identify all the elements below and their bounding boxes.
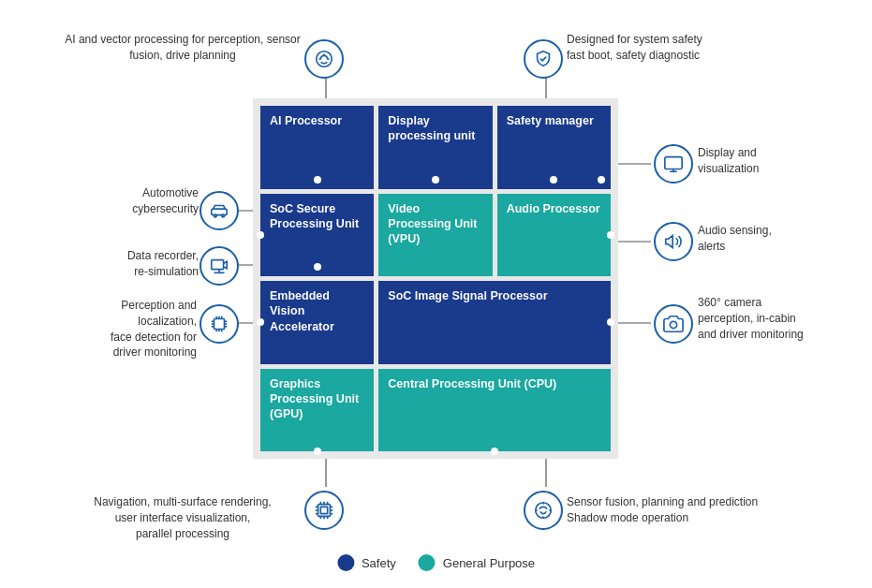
icon-gpu [304,491,344,530]
legend-safety-label: Safety [362,556,396,570]
svg-rect-20 [214,319,225,330]
label-audio: Audio sensing,alerts [698,223,857,255]
icon-audio [654,222,693,261]
cell-label: Audio Processor [507,201,600,216]
icon-ai [304,39,344,79]
svg-rect-38 [318,505,331,517]
cell-label: Safety manager [507,113,594,128]
cell-label: Video Processing Unit (VPU) [388,201,482,247]
cell-vpu: Video Processing Unit (VPU) [378,194,492,277]
cell-label: Central Processing Unit (CPU) [388,376,556,391]
cell-label: Display processing unit [388,113,482,144]
label-camera: 360° cameraperception, in-cabinand drive… [698,295,862,342]
svg-point-52 [536,503,552,519]
svg-point-15 [214,214,217,217]
label-bottom-left: Navigation, multi-surface rendering,user… [47,494,318,541]
cell-gpu: Graphics Processing Unit (GPU) [260,369,374,452]
svg-point-10 [317,51,333,67]
label-automotive: Automotivecybersecurity [67,185,199,217]
legend-safety: Safety [337,554,396,571]
svg-rect-33 [665,157,682,169]
label-top-right: Designed for system safetyfast boot, saf… [567,32,829,64]
legend-general-label: General Purpose [443,556,535,570]
cell-ai-processor: AI Processor [260,106,374,189]
legend-general: General Purpose [419,554,535,571]
icon-display [654,144,693,184]
legend: Safety General Purpose [337,554,535,571]
label-bottom-right: Sensor fusion, planning and predictionSh… [567,494,838,526]
soc-grid: AI Processor Display processing unit Saf… [253,98,618,459]
legend-dot-safety [337,554,354,571]
svg-rect-39 [320,507,327,513]
cell-audio-processor: Audio Processor [497,194,611,277]
label-text: Designed for system safetyfast boot, saf… [567,33,702,62]
cell-label: AI Processor [270,113,342,128]
diagram-container: AI Processor Display processing unit Saf… [0,0,872,588]
svg-marker-36 [666,236,672,248]
svg-point-16 [222,214,225,217]
cell-embedded-vision: Embedded Vision Accelerator [260,281,374,364]
label-data-recorder: Data recorder,re-simulation [67,248,199,280]
icon-safety [524,39,563,79]
cell-label: SoC Secure Processing Unit [270,201,364,232]
icon-perception [200,304,239,344]
svg-rect-14 [212,209,228,214]
label-top-left: AI and vector processing for perception,… [47,32,318,64]
cell-soc-secure: SoC Secure Processing Unit [260,194,374,277]
cell-label: Embedded Vision Accelerator [270,288,364,334]
svg-rect-17 [212,260,224,270]
icon-automotive [200,191,239,230]
label-perception: Perception andlocalization,face detectio… [47,298,197,360]
cell-display-processing-unit: Display processing unit [378,106,492,189]
svg-point-37 [670,321,676,328]
cell-label: SoC Image Signal Processor [388,288,547,303]
icon-camera [654,304,693,344]
cell-isp: SoC Image Signal Processor [378,281,611,364]
icon-sensor-fusion [524,491,563,530]
cell-cpu: Central Processing Unit (CPU) [378,369,611,452]
legend-dot-general [419,554,436,571]
icon-data-recorder [200,246,239,286]
cell-safety-manager: Safety manager [497,106,611,189]
label-display-viz: Display andvisualization [698,145,857,177]
cell-label: Graphics Processing Unit (GPU) [270,376,364,422]
